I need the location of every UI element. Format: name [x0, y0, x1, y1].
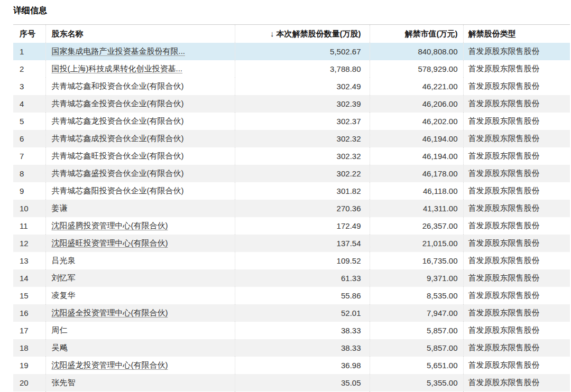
- shareholder-name: 吴飚: [52, 343, 68, 352]
- cell-shareholder: 共青城芯鑫成投资合伙企业(有限合伙): [45, 130, 235, 147]
- cell-index: 2: [13, 60, 45, 78]
- cell-market-value: 7,947.00: [370, 304, 463, 322]
- table-row[interactable]: 10 姜谦 270.36 41,311.00 首发原股东限售股份: [13, 200, 570, 217]
- shareholder-name: 吕光泉: [52, 256, 76, 265]
- cell-shares: 302.32: [235, 130, 370, 147]
- shareholder-name: 共青城芯鑫龙投资合伙企业(有限合伙): [52, 116, 184, 125]
- cell-shares: 38.33: [235, 322, 370, 339]
- table-row[interactable]: 12 沈阳盛旺投资管理中心(有限合伙) 137.54 21,015.00 首发原…: [13, 235, 570, 252]
- cell-shares: 172.49: [235, 217, 370, 235]
- col-header-market-value[interactable]: 解禁市值(万元): [370, 25, 463, 43]
- cell-share-type: 首发原股东限售股份: [463, 43, 570, 60]
- cell-market-value: 16,735.00: [370, 252, 463, 269]
- table-row[interactable]: 17 周仁 38.33 5,857.00 首发原股东限售股份: [13, 322, 570, 339]
- shareholder-name: 共青城芯鑫盛投资合伙企业(有限合伙): [52, 169, 184, 178]
- cell-shares: 61.33: [235, 269, 370, 287]
- cell-shareholder: 共青城芯鑫阳投资合伙企业(有限合伙): [45, 182, 235, 200]
- shareholder-link[interactable]: 沈阳盛全投资管理中心(有限合伙): [52, 308, 168, 317]
- cell-shares: 109.52: [235, 252, 370, 269]
- cell-market-value: 578,929.00: [370, 60, 463, 78]
- cell-shareholder: 张先智: [45, 374, 235, 391]
- cell-market-value: 8,535.00: [370, 287, 463, 304]
- cell-index: 12: [13, 235, 45, 252]
- cell-shareholder: 沈阳盛旺投资管理中心(有限合伙): [45, 235, 235, 252]
- cell-shareholder: 共青城芯鑫全投资合伙企业(有限合伙): [45, 95, 235, 113]
- cell-share-type: 首发原股东限售股份: [463, 182, 570, 200]
- table-row[interactable]: 4 共青城芯鑫全投资合伙企业(有限合伙) 302.39 46,206.00 首发…: [13, 95, 570, 113]
- table-row[interactable]: 7 共青城芯鑫旺投资合伙企业(有限合伙) 302.32 46,194.00 首发…: [13, 147, 570, 165]
- shareholder-link[interactable]: 沈阳盛龙投资管理中心(有限合伙): [52, 360, 168, 369]
- cell-shareholder: 共青城芯鑫龙投资合伙企业(有限合伙): [45, 113, 235, 130]
- cell-shareholder: 沈阳盛全投资管理中心(有限合伙): [45, 304, 235, 322]
- cell-shareholder: 国家集成电路产业投资基金股份有限...: [45, 43, 235, 60]
- table-row[interactable]: 15 凌复华 55.86 8,535.00 首发原股东限售股份: [13, 287, 570, 304]
- cell-shareholder: 吕光泉: [45, 252, 235, 269]
- cell-index: 16: [13, 304, 45, 322]
- cell-market-value: 21,015.00: [370, 235, 463, 252]
- table-row[interactable]: 14 刘忆军 61.33 9,371.00 首发原股东限售股份: [13, 269, 570, 287]
- shareholder-link[interactable]: 沈阳盛旺投资管理中心(有限合伙): [52, 238, 168, 247]
- cell-shares: 302.37: [235, 113, 370, 130]
- col-header-index[interactable]: 序号: [13, 25, 45, 43]
- cell-market-value: 5,651.00: [370, 357, 463, 374]
- cell-market-value: 5,355.00: [370, 374, 463, 391]
- cell-market-value: 5,857.00: [370, 322, 463, 339]
- cell-shares: 137.54: [235, 235, 370, 252]
- cell-share-type: 首发原股东限售股份: [463, 60, 570, 78]
- cell-market-value: 46,206.00: [370, 95, 463, 113]
- table-row[interactable]: 19 沈阳盛龙投资管理中心(有限合伙) 36.98 5,651.00 首发原股东…: [13, 357, 570, 374]
- cell-share-type: 首发原股东限售股份: [463, 357, 570, 374]
- table-body: 1 国家集成电路产业投资基金股份有限... 5,502.67 840,808.0…: [13, 43, 570, 392]
- cell-market-value: 46,202.00: [370, 113, 463, 130]
- cell-share-type: 首发原股东限售股份: [463, 95, 570, 113]
- cell-shareholder: 沈阳盛腾投资管理中心(有限合伙): [45, 217, 235, 235]
- table-row[interactable]: 5 共青城芯鑫龙投资合伙企业(有限合伙) 302.37 46,202.00 首发…: [13, 113, 570, 130]
- cell-market-value: 46,178.00: [370, 165, 463, 182]
- cell-share-type: 首发原股东限售股份: [463, 374, 570, 391]
- cell-share-type: 首发原股东限售股份: [463, 235, 570, 252]
- cell-market-value: 26,357.00: [370, 217, 463, 235]
- cell-shareholder: 周仁: [45, 322, 235, 339]
- table-row[interactable]: 9 共青城芯鑫阳投资合伙企业(有限合伙) 301.82 46,118.00 首发…: [13, 182, 570, 200]
- table-row[interactable]: 2 国投(上海)科技成果转化创业投资基... 3,788.80 578,929.…: [13, 60, 570, 78]
- table-row[interactable]: 13 吕光泉 109.52 16,735.00 首发原股东限售股份: [13, 252, 570, 269]
- cell-market-value: 840,808.00: [370, 43, 463, 60]
- table-row[interactable]: 8 共青城芯鑫盛投资合伙企业(有限合伙) 302.22 46,178.00 首发…: [13, 165, 570, 182]
- table-row[interactable]: 1 国家集成电路产业投资基金股份有限... 5,502.67 840,808.0…: [13, 43, 570, 60]
- sort-descending-icon: ↓: [270, 29, 274, 38]
- cell-shares: 36.98: [235, 357, 370, 374]
- cell-index: 1: [13, 43, 45, 60]
- col-header-shares-sorted[interactable]: ↓本次解禁股份数量(万股): [235, 25, 370, 43]
- table-row[interactable]: 16 沈阳盛全投资管理中心(有限合伙) 52.01 7,947.00 首发原股东…: [13, 304, 570, 322]
- cell-share-type: 首发原股东限售股份: [463, 269, 570, 287]
- table-row[interactable]: 20 张先智 35.05 5,355.00 首发原股东限售股份: [13, 374, 570, 391]
- table-row[interactable]: 3 共青城芯鑫和投资合伙企业(有限合伙) 302.49 46,221.00 首发…: [13, 78, 570, 95]
- cell-index: 15: [13, 287, 45, 304]
- shareholder-name: 共青城芯鑫全投资合伙企业(有限合伙): [52, 99, 184, 108]
- cell-shareholder: 姜谦: [45, 200, 235, 217]
- cell-share-type: 首发原股东限售股份: [463, 200, 570, 217]
- cell-market-value: 46,221.00: [370, 78, 463, 95]
- shareholder-name: 姜谦: [52, 203, 68, 212]
- cell-share-type: 首发原股东限售股份: [463, 217, 570, 235]
- cell-index: 10: [13, 200, 45, 217]
- cell-index: 3: [13, 78, 45, 95]
- cell-index: 9: [13, 182, 45, 200]
- cell-index: 18: [13, 339, 45, 357]
- cell-shares: 302.39: [235, 95, 370, 113]
- col-header-share-type[interactable]: 解禁股份类型: [463, 25, 570, 43]
- table-row[interactable]: 11 沈阳盛腾投资管理中心(有限合伙) 172.49 26,357.00 首发原…: [13, 217, 570, 235]
- table-row[interactable]: 18 吴飚 38.33 5,857.00 首发原股东限售股份: [13, 339, 570, 357]
- cell-index: 14: [13, 269, 45, 287]
- table-row[interactable]: 6 共青城芯鑫成投资合伙企业(有限合伙) 302.32 46,194.00 首发…: [13, 130, 570, 147]
- cell-share-type: 首发原股东限售股份: [463, 287, 570, 304]
- col-header-shareholder[interactable]: 股东名称: [45, 25, 235, 43]
- shareholder-link[interactable]: 沈阳盛腾投资管理中心(有限合伙): [52, 221, 168, 230]
- shareholder-link[interactable]: 国投(上海)科技成果转化创业投资基...: [52, 64, 183, 73]
- cell-shareholder: 刘忆军: [45, 269, 235, 287]
- cell-share-type: 首发原股东限售股份: [463, 147, 570, 165]
- shareholder-name: 周仁: [52, 325, 68, 334]
- cell-index: 4: [13, 95, 45, 113]
- shareholder-link[interactable]: 国家集成电路产业投资基金股份有限...: [52, 46, 186, 55]
- cell-shares: 52.01: [235, 304, 370, 322]
